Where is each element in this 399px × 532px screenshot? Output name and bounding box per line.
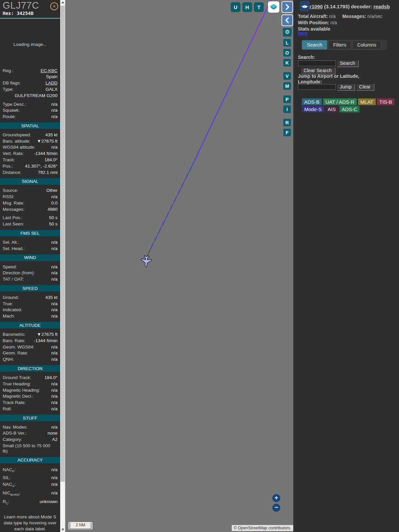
clear-search-button[interactable]: Clear Search — [301, 67, 335, 74]
row-label: Nav. Modes: — [3, 425, 28, 430]
section-header: FMS SEL — [0, 230, 60, 236]
row-value: n/a — [51, 264, 58, 270]
data-row: True Heading:n/a — [0, 381, 60, 387]
data-row: Type:GALX — [0, 86, 60, 92]
scrollbar-thumb[interactable] — [61, 6, 65, 482]
badge-ads-b[interactable]: ADS-B — [302, 98, 322, 105]
map-toggle-u-button[interactable]: U — [231, 2, 240, 12]
jump-input[interactable] — [298, 84, 336, 90]
row-label-subscript: V — [12, 484, 14, 488]
zoom-in-button[interactable]: + — [272, 494, 280, 502]
row-label: ADS-B Ver.: — [3, 431, 27, 436]
row-label: Track Rate: — [3, 400, 26, 405]
row-label: Type Desc.: — [3, 102, 26, 107]
row-value: n/a — [51, 482, 58, 487]
aircraft-icon[interactable] — [141, 255, 152, 267]
row-label: SIL: — [3, 475, 11, 480]
row-label: Track: — [3, 157, 15, 163]
scroll-down-icon[interactable] — [60, 527, 65, 532]
app-version-header: tar1090 (3.14.1793) decoder: readsb — [305, 4, 390, 9]
row-value-link[interactable]: EC-KBC — [41, 68, 58, 73]
data-row: TAT / OAT:n/a — [0, 276, 60, 283]
map-button-k[interactable]: K — [283, 59, 291, 66]
section-header: ALTITUDE — [0, 322, 60, 329]
row-label: Ground Track: — [3, 375, 31, 380]
readsb-link[interactable]: readsb — [373, 4, 390, 9]
map-button-l[interactable]: L — [283, 39, 291, 47]
layers-icon — [269, 3, 278, 11]
map-button-m[interactable]: M — [283, 82, 291, 90]
aircraft-hex: Hex: 34254B — [3, 11, 34, 16]
badge-uat-ads-r[interactable]: UAT / ADS-R — [323, 98, 357, 105]
clear-jump-button[interactable]: Clear — [356, 83, 374, 90]
data-row: NACV:n/a — [0, 481, 60, 489]
row-value: -1344 ft/min — [34, 338, 58, 343]
data-row: SIL:n/a — [0, 475, 60, 481]
panel-width-toggle-button[interactable]: ◀▶ — [300, 1, 310, 11]
map-button-r[interactable]: R — [283, 119, 291, 126]
badge-ais[interactable]: AIS — [326, 106, 338, 112]
data-row: ADS-B Ver.:none — [0, 430, 60, 437]
stats-here-link[interactable]: here — [298, 31, 308, 36]
mode-s-hint: Learn more about Mode S data type by hov… — [0, 514, 60, 532]
scroll-up-icon[interactable] — [60, 0, 65, 5]
data-row: Reg.:EC-KBC — [0, 67, 60, 74]
tab-columns[interactable]: Columns — [352, 40, 381, 50]
data-row: Baro. Rate:-1344 ft/min — [0, 337, 60, 344]
section-header: WIND — [0, 254, 60, 261]
row-value: n/a — [51, 388, 58, 393]
row-label: Geom. Rate: — [3, 350, 28, 356]
row-value: Spain — [46, 74, 58, 79]
map-toggle-t-button[interactable]: T — [254, 2, 264, 12]
settings-button[interactable]: ⚙ — [283, 28, 292, 37]
data-row: Groundspeed:435 kt — [0, 132, 60, 138]
osm-attribution-link[interactable]: © OpenStreetMap — [234, 526, 267, 530]
map-button-v[interactable]: V — [283, 72, 291, 80]
data-row: Type Desc.:n/a — [0, 101, 60, 107]
row-label: Source: — [3, 188, 18, 193]
zoom-out-button[interactable]: − — [272, 504, 280, 512]
badge-mode-s[interactable]: Mode-S — [302, 106, 324, 112]
badge-tis-b[interactable]: TIS-B — [377, 98, 394, 105]
close-icon[interactable]: ✕ — [50, 2, 58, 10]
tab-filters[interactable]: Filters — [328, 40, 351, 50]
jump-button[interactable]: Jump — [337, 83, 354, 90]
map-button-p[interactable]: P — [283, 95, 291, 103]
data-row: QNH:n/a — [0, 356, 60, 363]
search-button[interactable]: Search — [337, 60, 358, 66]
section-header: DIRECTION — [0, 365, 60, 372]
row-value: 792.1 nmi — [38, 170, 58, 175]
sidebar-expand-button[interactable] — [281, 1, 293, 13]
row-label: Reg.: — [3, 68, 13, 73]
data-row: Sel. Head.:n/a — [0, 245, 60, 252]
map-canvas[interactable]: UHT ⚙ LOKVMPIRF + − 2 NM © OpenStreetMap… — [65, 0, 293, 532]
row-value: n/a — [51, 350, 58, 356]
row-label: Category: — [3, 437, 22, 442]
search-input[interactable] — [298, 61, 336, 66]
map-button-i[interactable]: I — [283, 105, 291, 113]
row-value: 50 s — [49, 221, 58, 227]
row-value: GULFSTREAM G200 — [15, 93, 58, 98]
data-row: Barometric:▼27675 ft — [0, 331, 60, 337]
data-row: NACP:n/a — [0, 466, 60, 475]
section-header: ACCURACY — [0, 457, 60, 464]
layers-button[interactable] — [268, 1, 279, 13]
badge-mlat[interactable]: MLAT — [358, 98, 376, 105]
row-value-link[interactable]: LADD — [46, 80, 58, 86]
row-label: NICBARO: — [3, 490, 21, 497]
aircraft-header: GLJ77C Hex: 34254B ✕ — [0, 0, 60, 19]
badge-ads-c[interactable]: ADS-C — [339, 106, 360, 112]
map-button-f[interactable]: F — [283, 129, 291, 136]
row-label: Mach: — [3, 314, 15, 319]
panel-scrollbar[interactable] — [60, 0, 65, 532]
row-value: 184.0° — [45, 375, 58, 380]
map-toggle-buttons: UHT — [231, 2, 264, 12]
map-toggle-h-button[interactable]: H — [242, 2, 252, 12]
sidebar-collapse-button[interactable] — [281, 14, 293, 26]
row-value: n/a — [51, 240, 58, 245]
row-label: Speed: — [3, 264, 17, 270]
row-label: Last Seen: — [3, 221, 24, 227]
tab-search[interactable]: Search — [302, 40, 327, 50]
row-label-subscript: P — [12, 469, 14, 473]
map-button-o[interactable]: O — [283, 49, 291, 57]
